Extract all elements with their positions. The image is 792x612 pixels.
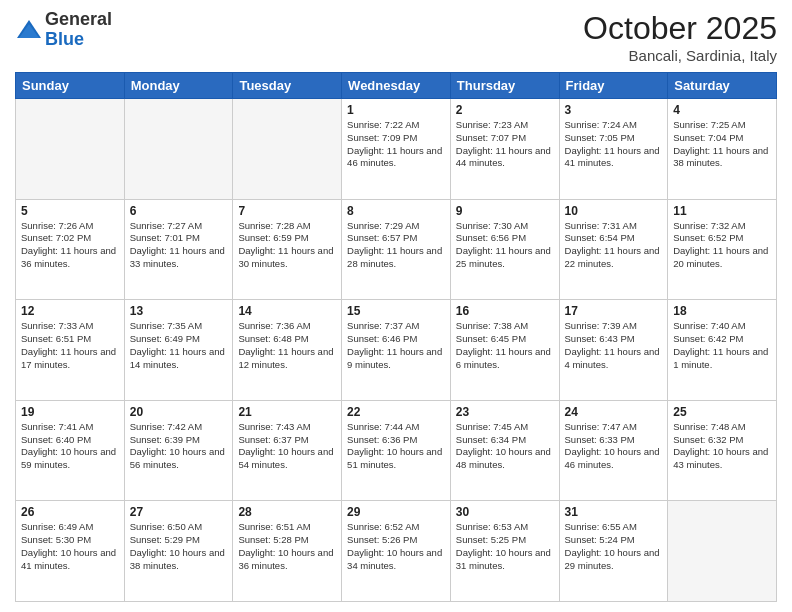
day-info: Sunrise: 7:38 AM Sunset: 6:45 PM Dayligh… xyxy=(456,320,554,371)
day-number: 7 xyxy=(238,204,336,218)
day-cell xyxy=(668,501,777,602)
day-number: 24 xyxy=(565,405,663,419)
day-info: Sunrise: 7:29 AM Sunset: 6:57 PM Dayligh… xyxy=(347,220,445,271)
day-cell: 5Sunrise: 7:26 AM Sunset: 7:02 PM Daylig… xyxy=(16,199,125,300)
day-cell: 15Sunrise: 7:37 AM Sunset: 6:46 PM Dayli… xyxy=(342,300,451,401)
day-cell: 7Sunrise: 7:28 AM Sunset: 6:59 PM Daylig… xyxy=(233,199,342,300)
day-info: Sunrise: 7:42 AM Sunset: 6:39 PM Dayligh… xyxy=(130,421,228,472)
day-info: Sunrise: 7:48 AM Sunset: 6:32 PM Dayligh… xyxy=(673,421,771,472)
logo-icon xyxy=(15,16,43,44)
week-row: 5Sunrise: 7:26 AM Sunset: 7:02 PM Daylig… xyxy=(16,199,777,300)
day-info: Sunrise: 7:44 AM Sunset: 6:36 PM Dayligh… xyxy=(347,421,445,472)
logo: General Blue xyxy=(15,10,112,50)
day-cell: 24Sunrise: 7:47 AM Sunset: 6:33 PM Dayli… xyxy=(559,400,668,501)
day-header: Saturday xyxy=(668,73,777,99)
day-cell: 6Sunrise: 7:27 AM Sunset: 7:01 PM Daylig… xyxy=(124,199,233,300)
day-number: 5 xyxy=(21,204,119,218)
day-cell: 4Sunrise: 7:25 AM Sunset: 7:04 PM Daylig… xyxy=(668,99,777,200)
day-info: Sunrise: 6:51 AM Sunset: 5:28 PM Dayligh… xyxy=(238,521,336,572)
day-info: Sunrise: 7:39 AM Sunset: 6:43 PM Dayligh… xyxy=(565,320,663,371)
day-number: 17 xyxy=(565,304,663,318)
day-number: 1 xyxy=(347,103,445,117)
day-cell: 13Sunrise: 7:35 AM Sunset: 6:49 PM Dayli… xyxy=(124,300,233,401)
month-title: October 2025 xyxy=(583,10,777,47)
day-number: 19 xyxy=(21,405,119,419)
day-cell: 1Sunrise: 7:22 AM Sunset: 7:09 PM Daylig… xyxy=(342,99,451,200)
day-info: Sunrise: 7:25 AM Sunset: 7:04 PM Dayligh… xyxy=(673,119,771,170)
day-cell: 26Sunrise: 6:49 AM Sunset: 5:30 PM Dayli… xyxy=(16,501,125,602)
day-cell: 27Sunrise: 6:50 AM Sunset: 5:29 PM Dayli… xyxy=(124,501,233,602)
day-cell: 14Sunrise: 7:36 AM Sunset: 6:48 PM Dayli… xyxy=(233,300,342,401)
day-cell: 2Sunrise: 7:23 AM Sunset: 7:07 PM Daylig… xyxy=(450,99,559,200)
day-info: Sunrise: 7:43 AM Sunset: 6:37 PM Dayligh… xyxy=(238,421,336,472)
day-info: Sunrise: 7:23 AM Sunset: 7:07 PM Dayligh… xyxy=(456,119,554,170)
day-info: Sunrise: 7:28 AM Sunset: 6:59 PM Dayligh… xyxy=(238,220,336,271)
day-cell: 12Sunrise: 7:33 AM Sunset: 6:51 PM Dayli… xyxy=(16,300,125,401)
day-info: Sunrise: 6:50 AM Sunset: 5:29 PM Dayligh… xyxy=(130,521,228,572)
logo-blue: Blue xyxy=(45,30,112,50)
day-info: Sunrise: 7:45 AM Sunset: 6:34 PM Dayligh… xyxy=(456,421,554,472)
day-info: Sunrise: 7:36 AM Sunset: 6:48 PM Dayligh… xyxy=(238,320,336,371)
day-header: Sunday xyxy=(16,73,125,99)
day-info: Sunrise: 6:53 AM Sunset: 5:25 PM Dayligh… xyxy=(456,521,554,572)
day-info: Sunrise: 7:22 AM Sunset: 7:09 PM Dayligh… xyxy=(347,119,445,170)
day-info: Sunrise: 7:47 AM Sunset: 6:33 PM Dayligh… xyxy=(565,421,663,472)
day-cell: 30Sunrise: 6:53 AM Sunset: 5:25 PM Dayli… xyxy=(450,501,559,602)
day-info: Sunrise: 7:35 AM Sunset: 6:49 PM Dayligh… xyxy=(130,320,228,371)
day-number: 30 xyxy=(456,505,554,519)
day-header: Tuesday xyxy=(233,73,342,99)
week-row: 12Sunrise: 7:33 AM Sunset: 6:51 PM Dayli… xyxy=(16,300,777,401)
logo-text: General Blue xyxy=(45,10,112,50)
day-cell: 22Sunrise: 7:44 AM Sunset: 6:36 PM Dayli… xyxy=(342,400,451,501)
day-info: Sunrise: 7:24 AM Sunset: 7:05 PM Dayligh… xyxy=(565,119,663,170)
location: Bancali, Sardinia, Italy xyxy=(583,47,777,64)
day-header: Monday xyxy=(124,73,233,99)
day-cell: 17Sunrise: 7:39 AM Sunset: 6:43 PM Dayli… xyxy=(559,300,668,401)
day-cell xyxy=(233,99,342,200)
week-row: 1Sunrise: 7:22 AM Sunset: 7:09 PM Daylig… xyxy=(16,99,777,200)
calendar-header-row: SundayMondayTuesdayWednesdayThursdayFrid… xyxy=(16,73,777,99)
day-number: 26 xyxy=(21,505,119,519)
day-info: Sunrise: 7:32 AM Sunset: 6:52 PM Dayligh… xyxy=(673,220,771,271)
day-header: Friday xyxy=(559,73,668,99)
day-number: 6 xyxy=(130,204,228,218)
day-cell xyxy=(124,99,233,200)
day-cell: 18Sunrise: 7:40 AM Sunset: 6:42 PM Dayli… xyxy=(668,300,777,401)
day-cell: 9Sunrise: 7:30 AM Sunset: 6:56 PM Daylig… xyxy=(450,199,559,300)
title-area: October 2025 Bancali, Sardinia, Italy xyxy=(583,10,777,64)
day-info: Sunrise: 7:40 AM Sunset: 6:42 PM Dayligh… xyxy=(673,320,771,371)
day-number: 23 xyxy=(456,405,554,419)
day-cell: 21Sunrise: 7:43 AM Sunset: 6:37 PM Dayli… xyxy=(233,400,342,501)
day-info: Sunrise: 6:55 AM Sunset: 5:24 PM Dayligh… xyxy=(565,521,663,572)
day-number: 3 xyxy=(565,103,663,117)
day-number: 25 xyxy=(673,405,771,419)
day-cell: 19Sunrise: 7:41 AM Sunset: 6:40 PM Dayli… xyxy=(16,400,125,501)
day-cell: 31Sunrise: 6:55 AM Sunset: 5:24 PM Dayli… xyxy=(559,501,668,602)
day-number: 11 xyxy=(673,204,771,218)
week-row: 19Sunrise: 7:41 AM Sunset: 6:40 PM Dayli… xyxy=(16,400,777,501)
day-cell: 29Sunrise: 6:52 AM Sunset: 5:26 PM Dayli… xyxy=(342,501,451,602)
day-cell: 28Sunrise: 6:51 AM Sunset: 5:28 PM Dayli… xyxy=(233,501,342,602)
day-header: Wednesday xyxy=(342,73,451,99)
day-number: 2 xyxy=(456,103,554,117)
day-number: 4 xyxy=(673,103,771,117)
week-row: 26Sunrise: 6:49 AM Sunset: 5:30 PM Dayli… xyxy=(16,501,777,602)
calendar-table: SundayMondayTuesdayWednesdayThursdayFrid… xyxy=(15,72,777,602)
day-cell: 23Sunrise: 7:45 AM Sunset: 6:34 PM Dayli… xyxy=(450,400,559,501)
day-cell: 16Sunrise: 7:38 AM Sunset: 6:45 PM Dayli… xyxy=(450,300,559,401)
day-number: 31 xyxy=(565,505,663,519)
day-info: Sunrise: 7:37 AM Sunset: 6:46 PM Dayligh… xyxy=(347,320,445,371)
day-info: Sunrise: 6:49 AM Sunset: 5:30 PM Dayligh… xyxy=(21,521,119,572)
day-header: Thursday xyxy=(450,73,559,99)
day-cell: 3Sunrise: 7:24 AM Sunset: 7:05 PM Daylig… xyxy=(559,99,668,200)
day-number: 18 xyxy=(673,304,771,318)
day-number: 8 xyxy=(347,204,445,218)
day-number: 27 xyxy=(130,505,228,519)
day-number: 14 xyxy=(238,304,336,318)
day-number: 12 xyxy=(21,304,119,318)
header: General Blue October 2025 Bancali, Sardi… xyxy=(15,10,777,64)
day-cell: 10Sunrise: 7:31 AM Sunset: 6:54 PM Dayli… xyxy=(559,199,668,300)
day-info: Sunrise: 7:27 AM Sunset: 7:01 PM Dayligh… xyxy=(130,220,228,271)
day-number: 9 xyxy=(456,204,554,218)
day-number: 10 xyxy=(565,204,663,218)
